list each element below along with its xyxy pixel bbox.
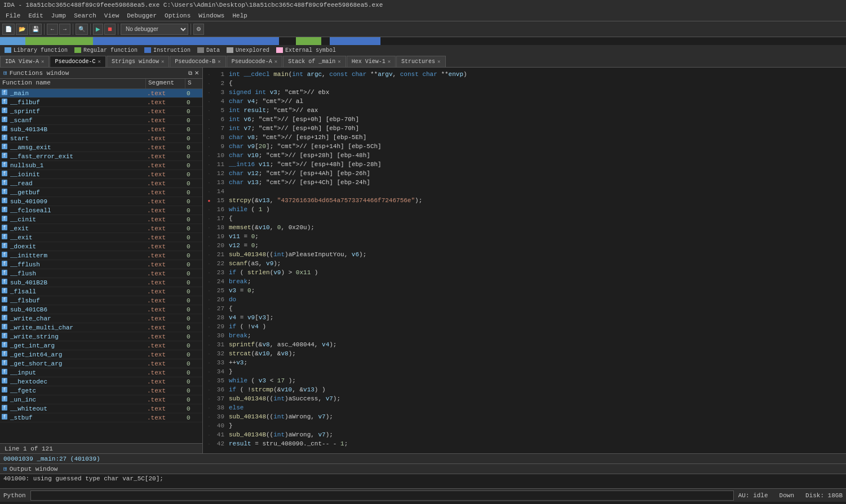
func-row-10[interactable]: f__read.text0	[0, 179, 202, 188]
func-row-25[interactable]: f_write_char.text0	[0, 314, 202, 323]
tab-close-7[interactable]: ✕	[437, 59, 440, 65]
toolbar-btn-stop[interactable]: ⏹	[104, 24, 116, 35]
toolbar-btn-open[interactable]: 📂	[16, 24, 28, 35]
code-line-dot-6[interactable]: ·	[205, 117, 213, 122]
code-line-dot-33[interactable]: ·	[205, 360, 213, 365]
code-line-dot-7[interactable]: ·	[205, 126, 213, 131]
code-line-28[interactable]: ·28 v4 = v9[v3];	[203, 313, 846, 322]
func-row-16[interactable]: f__exit.text0	[0, 233, 202, 242]
code-line-dot-13[interactable]: ·	[205, 180, 213, 185]
code-line-26[interactable]: ·26 do	[203, 295, 846, 304]
code-line-33[interactable]: ·33 ++v3;	[203, 358, 846, 367]
code-line-dot-22[interactable]: ·	[205, 261, 213, 266]
code-line-4[interactable]: ·4 char v4; "cmt">// al	[203, 97, 846, 106]
code-line-dot-20[interactable]: ·	[205, 243, 213, 248]
code-line-35[interactable]: ·35 while ( v3 < 17 );	[203, 376, 846, 385]
code-line-dot-32[interactable]: ·	[205, 351, 213, 356]
toolbar-btn-run[interactable]: ▶	[93, 24, 103, 35]
menu-item-edit[interactable]: Edit	[25, 12, 46, 20]
menu-item-view[interactable]: View	[101, 12, 122, 20]
code-line-dot-40[interactable]: ·	[205, 423, 213, 429]
code-line-36[interactable]: ·36 if ( !strcmp(&v10, &v13) )	[203, 385, 846, 394]
code-line-dot-31[interactable]: ·	[205, 342, 213, 347]
tab-close-2[interactable]: ✕	[161, 59, 164, 65]
func-row-9[interactable]: f__ioinit.text0	[0, 170, 202, 179]
code-line-32[interactable]: ·32 strcat(&v10, &v8);	[203, 349, 846, 358]
code-line-11[interactable]: ·11 __int16 v11; "cmt">// [esp+48h] [ebp…	[203, 160, 846, 169]
code-line-dot-3[interactable]: ·	[205, 90, 213, 95]
func-row-33[interactable]: f__fgetc.text0	[0, 386, 202, 395]
toolbar-btn-back[interactable]: ←	[47, 24, 58, 35]
code-line-dot-12[interactable]: ·	[205, 171, 213, 176]
code-line-dot-41[interactable]: ·	[205, 432, 213, 438]
func-row-31[interactable]: f__input.text0	[0, 368, 202, 377]
code-line-29[interactable]: ·29 if ( !v4 )	[203, 322, 846, 331]
code-line-dot-36[interactable]: ·	[205, 387, 213, 393]
func-row-30[interactable]: f_get_short_arg.text0	[0, 359, 202, 368]
code-line-41[interactable]: ·41 sub_40134B((int)aWrong, v7);	[203, 430, 846, 439]
func-row-14[interactable]: f__cinit.text0	[0, 215, 202, 224]
menu-item-file[interactable]: File	[2, 12, 24, 20]
code-line-9[interactable]: ·9 char v9[20]; "cmt">// [esp+14h] [ebp-…	[203, 142, 846, 151]
code-line-2[interactable]: ·2{	[203, 79, 846, 88]
menu-item-debugger[interactable]: Debugger	[123, 12, 160, 20]
code-line-dot-19[interactable]: ·	[205, 234, 213, 239]
code-line-16[interactable]: ·16 while ( 1 )	[203, 205, 846, 214]
code-line-1[interactable]: ·1int __cdecl main(int argc, const char …	[203, 70, 846, 79]
code-line-dot-9[interactable]: ·	[205, 144, 213, 149]
code-line-6[interactable]: ·6 int v6; "cmt">// [esp+0h] [ebp-70h]	[203, 115, 846, 124]
func-row-22[interactable]: f_flsall.text0	[0, 287, 202, 296]
code-line-dot-11[interactable]: ·	[205, 162, 213, 167]
menu-item-windows[interactable]: Windows	[195, 12, 228, 20]
code-line-dot-37[interactable]: ·	[205, 396, 213, 402]
tab-close-0[interactable]: ✕	[41, 59, 44, 65]
func-row-15[interactable]: f_exit.text0	[0, 224, 202, 233]
code-line-39[interactable]: ·39 sub_401348((int)aWrong, v7);	[203, 412, 846, 421]
tab-1[interactable]: Pseudocode-C✕	[50, 56, 105, 67]
func-row-19[interactable]: f__fflush.text0	[0, 260, 202, 269]
python-input[interactable]	[30, 490, 734, 501]
code-line-5[interactable]: ·5 int result; "cmt">// eax	[203, 106, 846, 115]
tab-4[interactable]: Pseudocode-A✕	[227, 56, 282, 67]
menu-item-jump[interactable]: Jump	[48, 12, 69, 20]
func-row-32[interactable]: f__hextodec.text0	[0, 377, 202, 386]
code-line-dot-24[interactable]: ·	[205, 279, 213, 284]
code-line-3[interactable]: ·3 signed int v3; "cmt">// ebx	[203, 88, 846, 97]
menu-item-help[interactable]: Help	[229, 12, 250, 20]
code-line-34[interactable]: ·34 }	[203, 367, 846, 376]
func-row-27[interactable]: f_write_string.text0	[0, 332, 202, 341]
menu-item-search[interactable]: Search	[70, 12, 100, 20]
code-line-30[interactable]: ·30 break;	[203, 331, 846, 340]
toolbar-btn-more[interactable]: ⚙	[193, 24, 204, 35]
code-line-dot-42[interactable]: ·	[205, 441, 213, 447]
code-view[interactable]: ·1int __cdecl main(int argc, const char …	[203, 68, 846, 453]
func-row-21[interactable]: fsub_401B2B.text0	[0, 278, 202, 287]
tab-close-3[interactable]: ✕	[218, 59, 220, 65]
toolbar-btn-search[interactable]: 🔍	[76, 24, 88, 35]
toolbar-btn-forward[interactable]: →	[59, 24, 70, 35]
tab-7[interactable]: Structures✕	[396, 56, 445, 67]
code-line-dot-35[interactable]: ·	[205, 378, 213, 383]
tab-5[interactable]: Stack of _main✕	[283, 56, 346, 67]
code-line-22[interactable]: ·22 scanf(aS, v9);	[203, 259, 846, 268]
code-line-dot-5[interactable]: ·	[205, 108, 213, 113]
func-row-29[interactable]: f_get_int64_arg.text0	[0, 350, 202, 359]
code-line-25[interactable]: ·25 v3 = 0;	[203, 286, 846, 295]
code-line-15[interactable]: ●15 strcpy(&v13, "437261636b4d654a757337…	[203, 196, 846, 205]
code-line-dot-23[interactable]: ·	[205, 270, 213, 275]
func-row-3[interactable]: f_scanf.text0	[0, 116, 202, 125]
code-line-dot-29[interactable]: ·	[205, 324, 213, 329]
code-line-12[interactable]: ·12 char v12; "cmt">// [esp+4Ah] [ebp-26…	[203, 169, 846, 178]
func-row-1[interactable]: f__filbuf.text0	[0, 98, 202, 107]
func-row-23[interactable]: f__flsbuf.text0	[0, 296, 202, 305]
func-row-24[interactable]: fsub_401CB6.text0	[0, 305, 202, 314]
code-line-dot-1[interactable]: ·	[205, 72, 213, 77]
code-line-20[interactable]: ·20 v12 = 0;	[203, 241, 846, 250]
func-row-4[interactable]: fsub_40134B.text0	[0, 125, 202, 134]
tab-0[interactable]: IDA View-A✕	[0, 56, 49, 67]
code-line-dot-4[interactable]: ·	[205, 99, 213, 104]
code-line-10[interactable]: ·10 char v10; "cmt">// [esp+28h] [ebp-48…	[203, 151, 846, 160]
func-row-11[interactable]: f__getbuf.text0	[0, 188, 202, 197]
func-row-0[interactable]: f_main.text0	[0, 89, 202, 98]
code-line-dot-25[interactable]: ·	[205, 288, 213, 293]
